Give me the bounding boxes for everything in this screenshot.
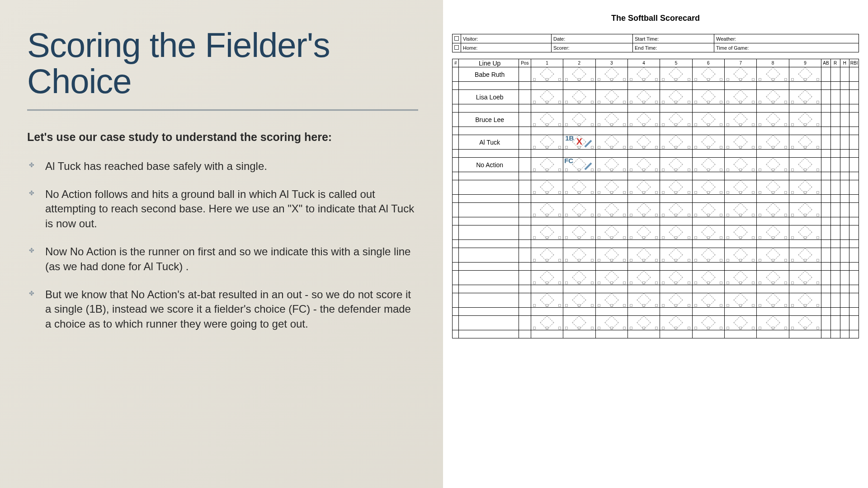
inning-cell xyxy=(660,180,692,195)
inning-cell xyxy=(757,158,789,172)
player-row xyxy=(453,203,859,217)
inning-cell xyxy=(531,225,563,240)
inning-cell xyxy=(563,316,595,330)
inning-cell xyxy=(757,225,789,240)
player-name xyxy=(459,271,519,285)
stat-cell xyxy=(849,158,859,172)
inning-cell xyxy=(725,113,757,127)
inning-cell xyxy=(725,293,757,308)
stat-cell xyxy=(849,67,859,82)
inning-cell xyxy=(595,316,627,330)
inning-cell xyxy=(563,271,595,285)
player-row: No ActionFC xyxy=(453,158,859,172)
player-name: Bruce Lee xyxy=(459,113,519,127)
player-name: No Action xyxy=(459,158,519,172)
inning-cell xyxy=(725,90,757,104)
player-row: Al Tuck1BX xyxy=(453,135,859,150)
player-num xyxy=(453,135,459,150)
stat-cell xyxy=(821,90,831,104)
player-pos xyxy=(519,203,531,217)
player-pos xyxy=(519,316,531,330)
inning-cell xyxy=(725,248,757,263)
inning-cell xyxy=(660,293,692,308)
player-pos xyxy=(519,293,531,308)
stat-cell xyxy=(849,203,859,217)
player-row xyxy=(453,293,859,308)
bullet-item: No Action follows and hits a ground ball… xyxy=(27,187,418,231)
scorer-label: Scorer: xyxy=(552,43,633,52)
inning-cell xyxy=(692,135,724,150)
inning-cell xyxy=(692,248,724,263)
title-underline xyxy=(27,108,418,111)
player-sub-row xyxy=(453,308,859,316)
stat-cell xyxy=(830,293,840,308)
inning-cell xyxy=(660,203,692,217)
player-sub-row xyxy=(453,195,859,203)
inning-cell xyxy=(789,271,821,285)
inning-cell xyxy=(627,293,660,308)
inning-cell xyxy=(563,90,595,104)
stat-cell xyxy=(849,180,859,195)
header-inning: 4 xyxy=(627,59,660,67)
stat-cell xyxy=(849,248,859,263)
inning-cell xyxy=(563,113,595,127)
header-inning: 7 xyxy=(725,59,757,67)
stat-cell xyxy=(821,293,831,308)
player-name xyxy=(459,248,519,263)
player-sub-row xyxy=(453,150,859,158)
annotation-fc: FC xyxy=(564,157,573,164)
inning-cell: FC xyxy=(563,158,595,172)
stat-cell xyxy=(849,135,859,150)
inning-cell xyxy=(595,180,627,195)
bullet-item: Now No Action is the runner on first and… xyxy=(27,244,418,274)
stat-cell xyxy=(830,113,840,127)
inning-cell xyxy=(789,113,821,127)
header-inning: 9 xyxy=(789,59,821,67)
player-num xyxy=(453,316,459,330)
player-sub-row xyxy=(453,330,859,338)
stat-cell xyxy=(840,248,849,263)
stat-cell xyxy=(840,158,849,172)
stat-cell xyxy=(840,203,849,217)
inning-cell xyxy=(627,180,660,195)
inning-cell xyxy=(595,158,627,172)
stat-cell xyxy=(840,135,849,150)
stat-cell xyxy=(849,293,859,308)
player-pos xyxy=(519,248,531,263)
player-row xyxy=(453,316,859,330)
inning-cell xyxy=(563,203,595,217)
inning-cell xyxy=(595,271,627,285)
player-num xyxy=(453,67,459,82)
inning-cell xyxy=(627,158,660,172)
inning-cell xyxy=(789,316,821,330)
inning-cell xyxy=(595,225,627,240)
inning-cell xyxy=(692,158,724,172)
stat-cell xyxy=(840,113,849,127)
stat-cell xyxy=(849,90,859,104)
header-inning: 5 xyxy=(660,59,692,67)
player-pos xyxy=(519,113,531,127)
game-info-table: Visitor: Date: Start Time: Weather: Home… xyxy=(452,34,859,52)
annotation-out-x: X xyxy=(576,136,582,147)
header-lineup: Line Up xyxy=(459,59,519,67)
inning-cell xyxy=(627,90,660,104)
player-num xyxy=(453,271,459,285)
player-row xyxy=(453,271,859,285)
stat-cell xyxy=(821,248,831,263)
player-sub-row xyxy=(453,285,859,293)
player-sub-row xyxy=(453,82,859,90)
inning-cell: 1BX xyxy=(563,135,595,150)
stat-cell xyxy=(840,293,849,308)
player-name xyxy=(459,203,519,217)
header-h: H xyxy=(840,59,849,67)
inning-cell xyxy=(725,203,757,217)
header-ab: AB xyxy=(821,59,831,67)
inning-cell xyxy=(692,113,724,127)
inning-cell xyxy=(757,271,789,285)
start-time-label: Start Time: xyxy=(633,34,714,43)
player-num xyxy=(453,248,459,263)
bullet-list: Al Tuck has reached base safely with a s… xyxy=(27,159,418,332)
stat-cell xyxy=(849,271,859,285)
inning-cell xyxy=(531,248,563,263)
inning-cell xyxy=(627,316,660,330)
